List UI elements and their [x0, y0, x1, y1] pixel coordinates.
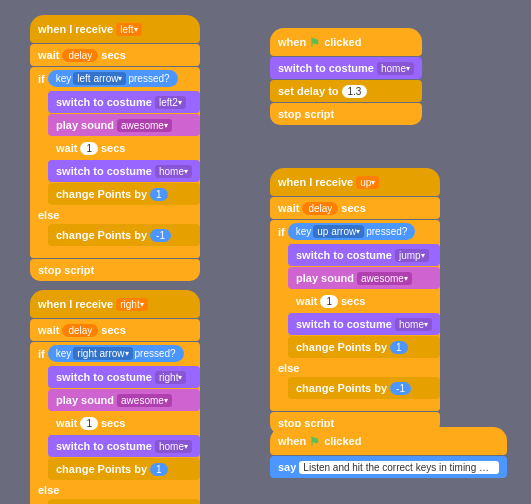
- change-points-neg1-right[interactable]: change Points by -1: [48, 499, 200, 504]
- change-points-1[interactable]: change Points by 1: [48, 183, 200, 205]
- group-when-receive-left: when I receive left wait delay secs if k…: [30, 15, 200, 282]
- change-points-neg1[interactable]: change Points by -1: [48, 224, 200, 246]
- switch-costume-left2[interactable]: switch to costume left2: [48, 91, 200, 113]
- wait-delay-up[interactable]: wait delay secs: [270, 197, 440, 219]
- play-sound-awesome-up[interactable]: play sound awesome: [288, 267, 440, 289]
- group-when-receive-right: when I receive right wait delay secs if …: [30, 290, 200, 504]
- else-label-right: else: [30, 482, 200, 498]
- group-green-flag-1: when clicked switch to costume home set …: [270, 28, 422, 126]
- event-green-flag-2[interactable]: when clicked: [270, 427, 507, 455]
- green-flag-icon: [309, 36, 321, 48]
- stop-script-flag1[interactable]: stop script: [270, 103, 422, 125]
- switch-costume-right[interactable]: switch to costume right: [48, 366, 200, 388]
- say-block[interactable]: say Listen and hit the correct keys in t…: [270, 456, 507, 478]
- switch-costume-home-up[interactable]: switch to costume home: [288, 313, 440, 335]
- else-label-up: else: [270, 360, 440, 376]
- wait-1-secs-up[interactable]: wait 1 secs: [288, 290, 440, 312]
- change-points-neg1-up[interactable]: change Points by -1: [288, 377, 440, 399]
- if-left-arrow: if key left arrow pressed? switch to cos…: [30, 67, 200, 258]
- wait-1-secs[interactable]: wait 1 secs: [48, 137, 200, 159]
- group-when-receive-up: when I receive up wait delay secs if key…: [270, 168, 440, 435]
- stop-script[interactable]: stop script: [30, 259, 200, 281]
- switch-costume-home-right[interactable]: switch to costume home: [48, 435, 200, 457]
- event-green-flag-1[interactable]: when clicked: [270, 28, 422, 56]
- switch-costume-home-flag1[interactable]: switch to costume home: [270, 57, 422, 79]
- switch-costume-home[interactable]: switch to costume home: [48, 160, 200, 182]
- event-when-receive-up[interactable]: when I receive up: [270, 168, 440, 196]
- else-label: else: [30, 207, 200, 223]
- wait-delay-block[interactable]: wait delay secs: [30, 44, 200, 66]
- play-sound-awesome-right[interactable]: play sound awesome: [48, 389, 200, 411]
- play-sound-awesome[interactable]: play sound awesome: [48, 114, 200, 136]
- event-when-receive-left[interactable]: when I receive left: [30, 15, 200, 43]
- group-green-flag-2: when clicked say Listen and hit the corr…: [270, 427, 507, 479]
- set-delay-1-3[interactable]: set delay to 1.3: [270, 80, 422, 102]
- wait-delay-right[interactable]: wait delay secs: [30, 319, 200, 341]
- wait-1-secs-right[interactable]: wait 1 secs: [48, 412, 200, 434]
- green-flag-icon-2: [309, 435, 321, 447]
- change-points-1-right[interactable]: change Points by 1: [48, 458, 200, 480]
- if-right-arrow: if key right arrow pressed? switch to co…: [30, 342, 200, 504]
- receive-dropdown[interactable]: left: [116, 23, 141, 36]
- switch-costume-jump[interactable]: switch to costume jump: [288, 244, 440, 266]
- event-when-receive-right[interactable]: when I receive right: [30, 290, 200, 318]
- if-up-arrow: if key up arrow pressed? switch to costu…: [270, 220, 440, 411]
- change-points-1-up[interactable]: change Points by 1: [288, 336, 440, 358]
- event-label: when I receive: [38, 23, 113, 35]
